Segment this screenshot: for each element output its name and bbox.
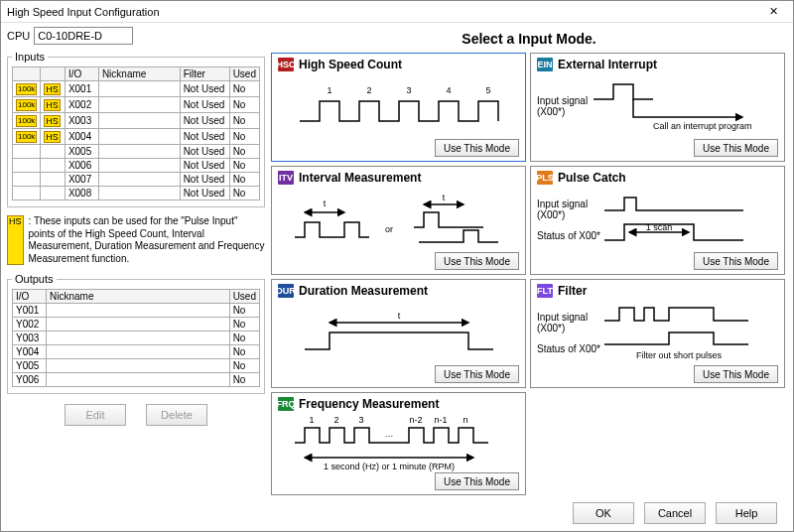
mode-duration-measurement[interactable]: DURDuration Measurement t Use This Mode <box>271 279 526 388</box>
use-itv-button[interactable]: Use This Mode <box>435 252 519 270</box>
outputs-fieldset: Outputs I/O Nickname Used Y001NoY002NoY0… <box>7 273 265 394</box>
dur-icon: DUR <box>278 284 294 298</box>
cpu-field[interactable] <box>34 27 133 45</box>
svg-text:t: t <box>323 199 326 208</box>
use-hsc-button[interactable]: Use This Mode <box>435 139 519 157</box>
delete-button[interactable]: Delete <box>146 404 207 426</box>
pls-diagram: 1 scan <box>604 193 753 247</box>
col-io: I/O <box>13 290 47 304</box>
mode-grid: HSCHigh Speed Count 1 2 3 4 5 Use This M… <box>271 53 787 495</box>
footer: OK Cancel Help <box>1 495 793 531</box>
hs-note: HS : These inputs can be used for the "P… <box>7 215 265 265</box>
svg-text:t: t <box>397 311 400 321</box>
cancel-button[interactable]: Cancel <box>644 502 706 524</box>
svg-text:3: 3 <box>406 85 411 95</box>
hs-badge-icon: HS <box>7 215 24 265</box>
mode-pulse-catch[interactable]: PLSPulse Catch Input signal(X00*) Status… <box>530 166 785 275</box>
use-dur-button[interactable]: Use This Mode <box>435 365 519 383</box>
col-nickname: Nickname <box>47 290 230 304</box>
svg-text:1: 1 <box>309 415 314 425</box>
use-frq-button[interactable]: Use This Mode <box>435 472 519 490</box>
window-title: High Speed Input Configuration <box>7 6 160 18</box>
itv-diagram: t t or <box>290 193 508 247</box>
table-row[interactable]: Y005No <box>13 359 260 373</box>
inputs-legend: Inputs <box>12 51 48 63</box>
svg-text:2: 2 <box>333 415 338 425</box>
svg-text:1 scan: 1 scan <box>646 222 673 232</box>
table-row[interactable]: X006Not UsedNo <box>13 159 260 173</box>
svg-text:1: 1 <box>327 85 331 95</box>
table-row[interactable]: X008Not UsedNo <box>13 187 260 200</box>
ein-diagram: Call an interrupt program <box>594 79 752 134</box>
mode-high-speed-count[interactable]: HSCHigh Speed Count 1 2 3 4 5 Use This M… <box>271 53 526 162</box>
inputs-table[interactable]: I/O Nickname Filter Used 100kHSX001Not U… <box>12 66 260 200</box>
svg-text:5: 5 <box>485 85 490 95</box>
frq-diagram: 1 2 3 … n-2 n-1 n 1 second (Hz) or 1 min… <box>290 413 508 472</box>
outputs-table[interactable]: I/O Nickname Used Y001NoY002NoY003NoY004… <box>12 289 260 387</box>
table-row[interactable]: Y002No <box>13 318 260 332</box>
pls-icon: PLS <box>537 171 553 185</box>
table-row[interactable]: Y003No <box>13 332 260 345</box>
table-row[interactable]: 100kHSX001Not UsedNo <box>13 81 260 97</box>
mode-frequency-measurement[interactable]: FRQFrequency Measurement 1 2 3 … n-2 <box>271 392 526 495</box>
close-button[interactable]: ✕ <box>759 3 787 21</box>
table-row[interactable]: 100kHSX002Not UsedNo <box>13 97 260 113</box>
frq-icon: FRQ <box>278 397 294 411</box>
col-used: Used <box>229 67 259 81</box>
inputs-fieldset: Inputs I/O Nickname Filter Used 100kHSX0… <box>7 51 265 207</box>
mode-interval-measurement[interactable]: ITVInterval Measurement <box>271 166 526 275</box>
svg-text:n-2: n-2 <box>409 415 422 425</box>
itv-icon: ITV <box>278 171 294 185</box>
hs-note-text: : These inputs can be used for the "Puls… <box>29 215 265 265</box>
col-used: Used <box>229 290 259 304</box>
col-filter: Filter <box>180 67 229 81</box>
svg-text:t: t <box>442 193 445 202</box>
titlebar: High Speed Input Configuration ✕ <box>1 1 793 23</box>
table-row[interactable]: X007Not UsedNo <box>13 173 260 187</box>
flt-diagram: Filter out short pulses <box>604 303 753 362</box>
left-buttons: Edit Delete <box>7 404 265 426</box>
col-nickname: Nickname <box>98 67 180 81</box>
svg-text:n: n <box>463 415 467 425</box>
body: CPU Inputs I/O Nickname Filter Used 100k… <box>1 23 793 495</box>
hsc-diagram: 1 2 3 4 5 <box>295 81 503 131</box>
outputs-legend: Outputs <box>12 273 57 285</box>
cpu-label: CPU <box>7 30 30 42</box>
svg-text:or: or <box>384 224 392 234</box>
table-row[interactable]: 100kHSX004Not UsedNo <box>13 129 260 145</box>
ein-icon: EIN <box>537 58 553 71</box>
hsc-icon: HSC <box>278 58 294 71</box>
col-io: I/O <box>65 67 98 81</box>
help-button[interactable]: Help <box>716 502 777 524</box>
svg-text:n-1: n-1 <box>434 415 447 425</box>
svg-text:…: … <box>384 429 393 439</box>
cpu-row: CPU <box>7 27 265 45</box>
svg-text:Call an interrupt program: Call an interrupt program <box>653 121 752 131</box>
table-row[interactable]: X005Not UsedNo <box>13 145 260 159</box>
svg-text:3: 3 <box>358 415 363 425</box>
mode-external-interrupt[interactable]: EINExternal Interrupt Input signal(X00*)… <box>530 53 785 162</box>
table-row[interactable]: 100kHSX003Not UsedNo <box>13 113 260 129</box>
use-flt-button[interactable]: Use This Mode <box>694 365 778 383</box>
table-row[interactable]: Y006No <box>13 373 260 387</box>
edit-button[interactable]: Edit <box>65 404 126 426</box>
dur-diagram: t <box>300 308 498 357</box>
use-pls-button[interactable]: Use This Mode <box>694 252 778 270</box>
svg-text:4: 4 <box>446 85 451 95</box>
ok-button[interactable]: OK <box>573 502 634 524</box>
use-ein-button[interactable]: Use This Mode <box>694 139 778 157</box>
svg-text:2: 2 <box>366 85 371 95</box>
table-row[interactable]: Y001No <box>13 304 260 318</box>
right-panel: Select a Input Mode. HSCHigh Speed Count… <box>271 27 787 495</box>
window: High Speed Input Configuration ✕ CPU Inp… <box>0 0 794 532</box>
mode-filter[interactable]: FLTFilter Input signal(X00*) Status of X… <box>530 279 785 388</box>
svg-text:Filter out short pulses: Filter out short pulses <box>636 350 723 360</box>
left-panel: CPU Inputs I/O Nickname Filter Used 100k… <box>7 27 265 495</box>
flt-icon: FLT <box>537 284 553 298</box>
right-title: Select a Input Mode. <box>271 27 787 53</box>
table-row[interactable]: Y004No <box>13 345 260 359</box>
svg-text:1 second (Hz) or 1 minute (RPM: 1 second (Hz) or 1 minute (RPM) <box>323 462 454 471</box>
